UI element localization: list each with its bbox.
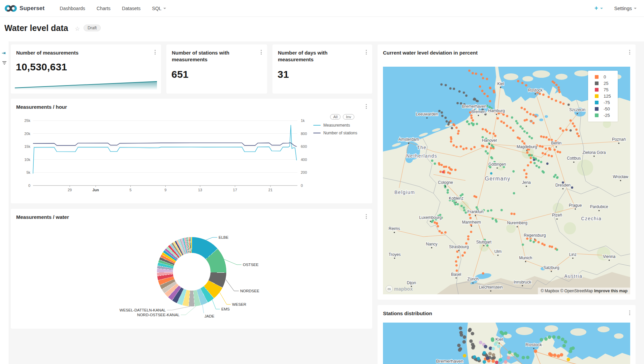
- map-label-cottbus: Cottbus: [567, 156, 581, 161]
- chart-menu-kebab-icon[interactable]: [153, 49, 157, 56]
- donut-label-weser: WESER: [232, 302, 246, 306]
- filter-icon[interactable]: [2, 60, 7, 66]
- hour-chart-legend: All Inv MeasurementsNumber of stations: [313, 114, 371, 135]
- expand-filters-icon[interactable]: ⇥: [2, 50, 6, 56]
- stations-map[interactable]: KielRostockBremerhaven: [383, 323, 630, 364]
- svg-text:25k: 25k: [24, 119, 30, 123]
- map-label-leeuwarden: Leeuwarden: [416, 112, 438, 117]
- map-label-netherlands: Netherlands: [406, 153, 437, 159]
- map-label-plzeň: Plzeň: [552, 213, 562, 218]
- mapbox-credit[interactable]: © Mapbox: [541, 289, 559, 293]
- chart-menu-kebab-icon[interactable]: [627, 49, 632, 56]
- chevron-down-icon: [634, 8, 637, 10]
- nav-menu: DashboardsChartsDatasetsSQL: [54, 6, 172, 11]
- map-label-rostock: Rostock: [525, 342, 542, 347]
- map-label-regensburg: Regensburg: [524, 233, 546, 238]
- chevron-down-icon: [163, 8, 166, 10]
- map-label-munich: Munich: [519, 256, 532, 260]
- legend-swatch: [595, 81, 599, 85]
- legend-swatch: [595, 101, 599, 104]
- superset-infinity-icon: [5, 4, 17, 13]
- nav-item-charts[interactable]: Charts: [91, 6, 116, 11]
- donut-label-ems: EMS: [221, 307, 230, 311]
- map-label-wrocław: Wrocław: [613, 174, 628, 179]
- nav-item-datasets[interactable]: Datasets: [116, 6, 146, 11]
- map-label-salzburg: Salzburg: [543, 265, 559, 270]
- chart-title: Measurements / water: [16, 214, 69, 221]
- map-label-pardubice: Pardubice: [590, 204, 608, 209]
- donut-label-elbe: ELBE: [219, 235, 229, 239]
- map-label-bremen: Bremen: [471, 109, 485, 114]
- top-navbar: Superset DashboardsChartsDatasetsSQL + S…: [0, 0, 644, 17]
- map-label-ulm: Ulm: [494, 249, 502, 254]
- kpi-value: 10,530,631: [16, 61, 67, 73]
- kpi-sparkline: [15, 79, 157, 90]
- map-attribution: © Mapbox © OpenStreetMap Improve this ma…: [538, 288, 630, 294]
- kpi-card-stations: Number of stations with measurements 651: [166, 44, 267, 94]
- status-badge: Draft: [84, 25, 101, 31]
- donut-label-nordsee: NORDSEE: [240, 289, 259, 293]
- nav-item-sql[interactable]: SQL: [146, 6, 172, 11]
- legend-item--25[interactable]: -25: [588, 112, 618, 119]
- legend-item-0[interactable]: 0: [588, 74, 618, 80]
- svg-text:29: 29: [68, 188, 72, 192]
- legend-item-125[interactable]: 125: [588, 93, 618, 99]
- legend-item-25[interactable]: 25: [588, 80, 618, 87]
- legend-item-number-of-stations[interactable]: Number of stations: [313, 131, 371, 135]
- new-item-button[interactable]: +: [594, 5, 603, 12]
- map-label-kiel: Kiel: [497, 81, 504, 86]
- map-label-troyes: Troyes: [388, 252, 400, 257]
- chart-menu-kebab-icon[interactable]: [364, 103, 368, 110]
- brand-name: Superset: [20, 5, 44, 12]
- chart-menu-kebab-icon[interactable]: [364, 49, 368, 56]
- map-label-linz: Linz: [569, 252, 577, 257]
- legend-item-75[interactable]: 75: [588, 87, 618, 93]
- favorite-star-icon[interactable]: ☆: [75, 25, 80, 32]
- svg-text:5: 5: [130, 188, 132, 192]
- map-label-zürich: Zürich: [468, 277, 479, 282]
- legend-item-measurements[interactable]: Measurements: [313, 123, 371, 128]
- svg-text:15k: 15k: [24, 144, 30, 148]
- map-label-amsterdam: Amsterdam: [398, 137, 419, 142]
- nav-item-dashboards[interactable]: Dashboards: [54, 6, 91, 11]
- map-label-szczecin: Szczecin: [569, 107, 585, 112]
- svg-text:Jun: Jun: [92, 188, 99, 192]
- legend-item--50[interactable]: -50: [588, 106, 618, 112]
- map-label-göttingen: Göttingen: [488, 162, 506, 167]
- chart-menu-kebab-icon[interactable]: [364, 213, 368, 220]
- svg-text:600: 600: [301, 144, 307, 148]
- map-label-reims: Reims: [389, 226, 400, 231]
- map-label-austria: Austria: [564, 273, 582, 279]
- map-label-hanover: Hanover: [482, 138, 497, 143]
- svg-text:200: 200: [301, 170, 307, 174]
- svg-text:10k: 10k: [24, 158, 30, 162]
- deviation-map[interactable]: LeeuwardenAmsterdamTheNetherlandsBremerh…: [383, 67, 630, 294]
- chart-menu-kebab-icon[interactable]: [259, 49, 263, 56]
- map-label-dijon: Dijon: [407, 280, 416, 285]
- map-label-zielona-góra: Zielona Góra: [582, 150, 606, 155]
- legend-item--75[interactable]: -75: [588, 99, 618, 106]
- dashboard-header: Water level data ☆ Draft: [0, 16, 644, 41]
- filter-bar-collapsed: ⇥: [0, 41, 9, 364]
- settings-menu[interactable]: Settings: [614, 6, 637, 11]
- map-label-frankfurt: Frankfurt: [468, 209, 484, 214]
- stations-map-card: Stations distribution: [378, 305, 636, 364]
- nav-right: + Settings: [594, 5, 637, 12]
- legend-select-all-button[interactable]: All: [330, 114, 341, 120]
- chart-menu-kebab-icon[interactable]: [627, 309, 632, 316]
- map-label-luxembourg: Luxembourg: [419, 215, 442, 220]
- legend-invert-button[interactable]: Inv: [343, 114, 354, 120]
- mapbox-logo[interactable]: mmapbox: [386, 285, 413, 292]
- kpi-card-measurements: Number of measurements 10,530,631: [11, 44, 161, 94]
- svg-text:0: 0: [28, 184, 30, 188]
- improve-map-link[interactable]: Improve this map: [594, 289, 627, 293]
- map-label-dresden: Dresden: [555, 183, 571, 188]
- svg-text:800: 800: [301, 132, 307, 136]
- donut-hole: [173, 253, 211, 291]
- superset-logo[interactable]: Superset: [5, 4, 44, 13]
- map-label-prague: Prague: [569, 203, 582, 208]
- legend-label: 25: [604, 81, 608, 86]
- map-label-germany: Germany: [485, 176, 510, 181]
- osm-credit[interactable]: © OpenStreetMap: [560, 289, 593, 293]
- chart-title: Current water level deviation in percent: [383, 49, 478, 56]
